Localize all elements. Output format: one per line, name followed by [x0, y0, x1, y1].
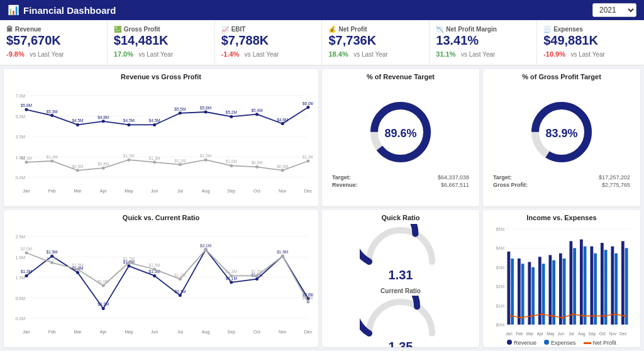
- svg-text:2.5M: 2.5M: [15, 235, 25, 239]
- quick-gauge-svg: [360, 224, 441, 268]
- svg-text:$0.6M: $0.6M: [72, 164, 83, 169]
- gross-target-label: Target:: [493, 174, 512, 181]
- svg-point-145: [307, 301, 310, 304]
- svg-point-110: [25, 274, 28, 277]
- svg-point-40: [179, 111, 182, 114]
- quick-current-svg: 2.5M1.9M1.3M0.6M0.0MJanFebMarAprMayJunJu…: [9, 224, 313, 336]
- kpi-change-row-2: -1.4% vs Last Year: [221, 48, 316, 59]
- gross-target-value: $17,257,202: [599, 174, 630, 181]
- svg-point-137: [102, 284, 105, 287]
- svg-text:Feb: Feb: [516, 332, 523, 336]
- revenue-gross-profit-chart: Revenue vs Gross Profit 7.0M5.3M3.5M1.8M…: [4, 69, 318, 206]
- kpi-change-row-5: -10.9% vs Last Year: [543, 48, 638, 59]
- kpi-label-text-3: Net Profit: [338, 26, 367, 33]
- svg-text:$5.5M: $5.5M: [174, 107, 186, 111]
- svg-point-202: [592, 315, 595, 317]
- kpi-label-3: 💰 Net Profit: [328, 26, 423, 33]
- header-title: 📊 Financial Dashboard: [8, 4, 116, 16]
- kpi-change-0: -9.8%: [6, 50, 25, 58]
- kpi-label-text-2: EBIT: [231, 26, 246, 33]
- kpi-icon-3: 💰: [328, 26, 336, 33]
- svg-text:Jun: Jun: [558, 332, 565, 336]
- svg-point-112: [76, 271, 79, 274]
- svg-text:Aug: Aug: [578, 332, 586, 337]
- svg-rect-168: [542, 264, 545, 325]
- svg-text:Jan: Jan: [23, 189, 30, 193]
- legend-revenue: Revenue: [507, 340, 536, 346]
- svg-text:$1.5M: $1.5M: [200, 153, 211, 158]
- kpi-sub-4: vs Last Year: [461, 51, 495, 58]
- gauge-container: 1.31 Current Ratio 1.35: [327, 224, 474, 341]
- quick-ratio-title: Quick Ratio: [327, 214, 474, 221]
- svg-text:Aug: Aug: [202, 330, 210, 335]
- svg-point-143: [255, 274, 258, 277]
- svg-point-37: [102, 120, 105, 123]
- svg-text:Apr: Apr: [100, 189, 108, 194]
- kpi-card-5: 🧾 Expenses $49,881K -10.9% vs Last Year: [537, 20, 644, 65]
- svg-text:Nov: Nov: [279, 330, 287, 334]
- svg-text:Apr: Apr: [537, 332, 544, 337]
- svg-point-61: [102, 167, 105, 170]
- svg-text:1.3M: 1.3M: [15, 276, 25, 280]
- svg-rect-176: [569, 241, 572, 325]
- svg-text:Jan: Jan: [23, 330, 30, 334]
- gross-donut-container: 83.9% Target: $17,257,202 Gross Profit: …: [488, 83, 635, 200]
- svg-text:Mar: Mar: [526, 332, 534, 336]
- svg-text:Jun: Jun: [151, 189, 158, 193]
- svg-point-204: [613, 313, 616, 315]
- svg-point-141: [204, 248, 208, 251]
- svg-rect-162: [521, 264, 525, 325]
- kpi-card-4: 📉 Net Profit Margin 13.41% 31.1% vs Last…: [430, 20, 537, 65]
- svg-rect-186: [604, 250, 608, 325]
- year-selector[interactable]: 2021 2020 2019: [592, 3, 636, 17]
- svg-point-198: [551, 315, 553, 317]
- svg-text:$1.9M: $1.9M: [277, 250, 288, 254]
- svg-text:$0M: $0M: [496, 323, 504, 327]
- svg-point-66: [230, 164, 233, 167]
- kpi-label-text-1: Gross Profit: [124, 26, 160, 33]
- current-ratio-label: Current Ratio: [360, 287, 441, 294]
- svg-point-135: [50, 261, 53, 264]
- svg-text:Jan: Jan: [506, 332, 513, 336]
- svg-point-58: [25, 160, 28, 164]
- current-gauge-section: Current Ratio 1.35: [360, 287, 441, 347]
- kpi-change-row-3: 18.4% vs Last Year: [328, 48, 423, 59]
- svg-point-194: [509, 315, 512, 317]
- kpi-label-0: 🏛 Revenue: [6, 26, 101, 33]
- income-expenses-svg: $5M$4M$3M$2M$1M$0MJanFebMarAprMayJunJulA…: [488, 224, 635, 338]
- svg-text:7.0M: 7.0M: [15, 94, 25, 98]
- kpi-change-2: -1.4%: [221, 50, 240, 58]
- kpi-change-5: -10.9%: [543, 50, 565, 58]
- kpi-row: 🏛 Revenue $57,670K -9.8% vs Last Year 💹 …: [0, 20, 644, 65]
- svg-text:$1.4M: $1.4M: [303, 155, 313, 159]
- kpi-icon-2: 📈: [221, 26, 229, 33]
- svg-rect-159: [511, 259, 514, 325]
- svg-text:Sep: Sep: [228, 330, 236, 335]
- svg-text:$2.0M: $2.0M: [21, 247, 32, 251]
- svg-text:Jul: Jul: [177, 189, 183, 193]
- svg-text:$5.6M: $5.6M: [200, 106, 211, 110]
- svg-point-44: [281, 122, 284, 125]
- quick-current-chart: Quick vs. Current Ratio 2.5M1.9M1.3M0.6M…: [4, 210, 318, 347]
- svg-point-39: [153, 123, 156, 126]
- current-gauge-svg: [360, 296, 441, 340]
- svg-text:$1.4M: $1.4M: [47, 155, 58, 159]
- svg-text:Oct: Oct: [599, 332, 606, 336]
- svg-text:$2.1M: $2.1M: [200, 243, 211, 248]
- kpi-card-0: 🏛 Revenue $57,670K -9.8% vs Last Year: [0, 20, 108, 65]
- svg-text:May: May: [547, 332, 555, 337]
- header: 📊 Financial Dashboard 2021 2020 2019: [0, 0, 644, 20]
- svg-point-60: [76, 169, 79, 172]
- svg-rect-158: [507, 252, 510, 325]
- svg-point-201: [582, 315, 585, 317]
- svg-point-36: [76, 123, 79, 126]
- dashboard-icon: 📊: [8, 4, 19, 16]
- svg-text:0.0M: 0.0M: [15, 176, 25, 180]
- svg-text:Nov: Nov: [279, 189, 287, 193]
- svg-text:$5.8M: $5.8M: [21, 103, 32, 108]
- svg-rect-191: [621, 241, 625, 325]
- svg-text:Oct: Oct: [253, 189, 260, 193]
- svg-point-63: [153, 160, 156, 164]
- svg-rect-173: [559, 254, 562, 325]
- svg-point-200: [572, 313, 574, 315]
